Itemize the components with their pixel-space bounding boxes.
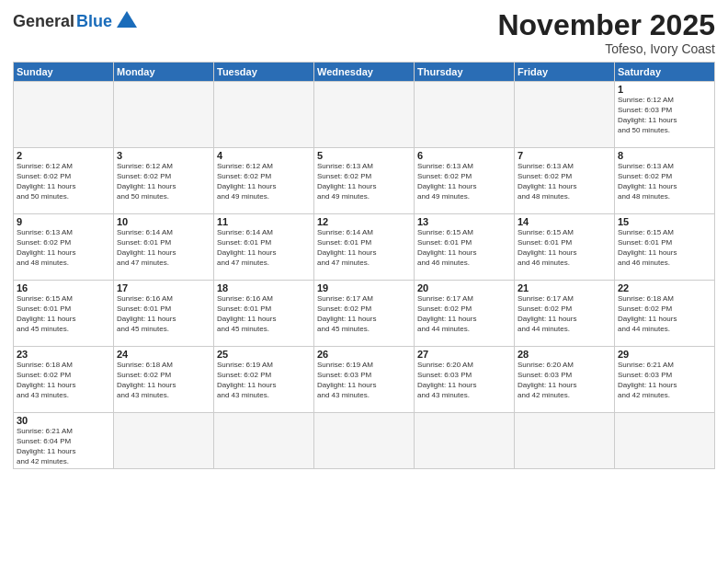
day-22: 22 Sunrise: 6:18 AMSunset: 6:02 PMDaylig… [615,281,715,347]
calendar-row-6: 30 Sunrise: 6:21 AMSunset: 6:04 PMDaylig… [14,413,715,469]
month-title: November 2025 [497,9,715,41]
title-area: November 2025 Tofeso, Ivory Coast [497,9,715,56]
day-2: 2 Sunrise: 6:12 AMSunset: 6:02 PMDayligh… [14,148,114,214]
logo-area: General Blue [13,9,137,33]
day-9: 9 Sunrise: 6:13 AMSunset: 6:02 PMDayligh… [14,214,114,281]
day-5: 5 Sunrise: 6:13 AMSunset: 6:02 PMDayligh… [314,148,415,214]
empty-cell [515,413,615,469]
empty-cell [314,82,415,148]
empty-cell [515,82,615,148]
subtitle: Tofeso, Ivory Coast [497,41,715,56]
day-18: 18 Sunrise: 6:16 AMSunset: 6:01 PMDaylig… [214,281,314,347]
header: General Blue November 2025 Tofeso, Ivory… [13,9,715,56]
empty-cell [114,413,214,469]
calendar-row-4: 16 Sunrise: 6:15 AMSunset: 6:01 PMDaylig… [14,281,715,347]
empty-cell [314,413,415,469]
col-tuesday: Tuesday [214,63,314,82]
day-16: 16 Sunrise: 6:15 AMSunset: 6:01 PMDaylig… [14,281,114,347]
calendar-row-3: 9 Sunrise: 6:13 AMSunset: 6:02 PMDayligh… [14,214,715,281]
logo: General Blue [13,9,137,33]
day-30: 30 Sunrise: 6:21 AMSunset: 6:04 PMDaylig… [14,413,114,469]
day-3: 3 Sunrise: 6:12 AMSunset: 6:02 PMDayligh… [114,148,214,214]
empty-cell [14,82,114,148]
col-saturday: Saturday [615,63,715,82]
calendar-table: Sunday Monday Tuesday Wednesday Thursday… [13,62,715,469]
day-27: 27 Sunrise: 6:20 AMSunset: 6:03 PMDaylig… [415,347,515,413]
logo-general-text: General [13,12,74,31]
day-26: 26 Sunrise: 6:19 AMSunset: 6:03 PMDaylig… [314,347,415,413]
calendar-row-2: 2 Sunrise: 6:12 AMSunset: 6:02 PMDayligh… [14,148,715,214]
empty-cell [214,82,314,148]
col-sunday: Sunday [14,63,114,82]
day-21: 21 Sunrise: 6:17 AMSunset: 6:02 PMDaylig… [515,281,615,347]
col-friday: Friday [515,63,615,82]
day-29: 29 Sunrise: 6:21 AMSunset: 6:03 PMDaylig… [615,347,715,413]
day-28: 28 Sunrise: 6:20 AMSunset: 6:03 PMDaylig… [515,347,615,413]
empty-cell [114,82,214,148]
day-8: 8 Sunrise: 6:13 AMSunset: 6:02 PMDayligh… [615,148,715,214]
logo-blue-text: Blue [76,12,112,31]
day-13: 13 Sunrise: 6:15 AMSunset: 6:01 PMDaylig… [415,214,515,281]
day-10: 10 Sunrise: 6:14 AMSunset: 6:01 PMDaylig… [114,214,214,281]
day-17: 17 Sunrise: 6:16 AMSunset: 6:01 PMDaylig… [114,281,214,347]
day-25: 25 Sunrise: 6:19 AMSunset: 6:02 PMDaylig… [214,347,314,413]
day-20: 20 Sunrise: 6:17 AMSunset: 6:02 PMDaylig… [415,281,515,347]
page: General Blue November 2025 Tofeso, Ivory… [0,0,728,563]
day-19: 19 Sunrise: 6:17 AMSunset: 6:02 PMDaylig… [314,281,415,347]
logo-icon [117,9,137,29]
day-12: 12 Sunrise: 6:14 AMSunset: 6:01 PMDaylig… [314,214,415,281]
empty-cell [415,82,515,148]
calendar-header-row: Sunday Monday Tuesday Wednesday Thursday… [14,63,715,82]
svg-marker-0 [117,11,137,28]
day-14: 14 Sunrise: 6:15 AMSunset: 6:01 PMDaylig… [515,214,615,281]
empty-cell [615,413,715,469]
empty-cell [415,413,515,469]
day-6: 6 Sunrise: 6:13 AMSunset: 6:02 PMDayligh… [415,148,515,214]
col-wednesday: Wednesday [314,63,415,82]
day-24: 24 Sunrise: 6:18 AMSunset: 6:02 PMDaylig… [114,347,214,413]
calendar-row-1: 1 Sunrise: 6:12 AMSunset: 6:03 PMDayligh… [14,82,715,148]
day-4: 4 Sunrise: 6:12 AMSunset: 6:02 PMDayligh… [214,148,314,214]
col-monday: Monday [114,63,214,82]
day-11: 11 Sunrise: 6:14 AMSunset: 6:01 PMDaylig… [214,214,314,281]
day-23: 23 Sunrise: 6:18 AMSunset: 6:02 PMDaylig… [14,347,114,413]
day-7: 7 Sunrise: 6:13 AMSunset: 6:02 PMDayligh… [515,148,615,214]
empty-cell [214,413,314,469]
day-1: 1 Sunrise: 6:12 AMSunset: 6:03 PMDayligh… [615,82,715,148]
col-thursday: Thursday [415,63,515,82]
calendar-row-5: 23 Sunrise: 6:18 AMSunset: 6:02 PMDaylig… [14,347,715,413]
day-15: 15 Sunrise: 6:15 AMSunset: 6:01 PMDaylig… [615,214,715,281]
